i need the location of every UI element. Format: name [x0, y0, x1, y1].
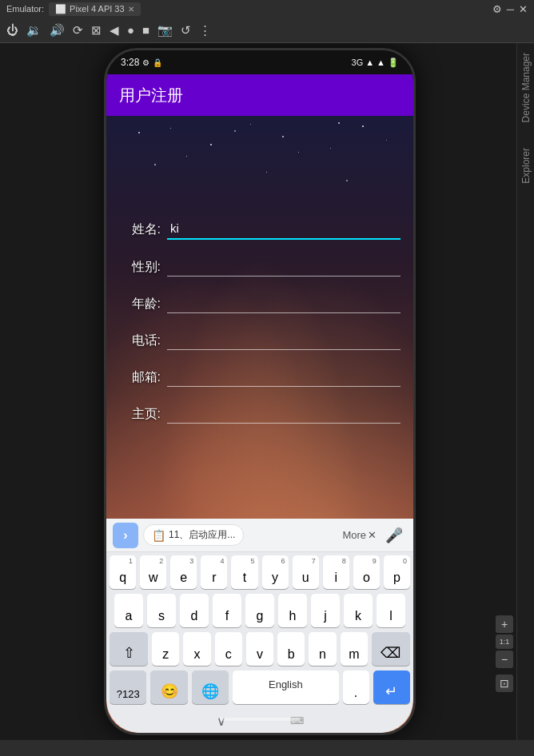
- age-input[interactable]: [167, 294, 400, 313]
- key-n[interactable]: n: [309, 632, 336, 666]
- device-manager-label[interactable]: Device Manager: [520, 50, 532, 125]
- app-title: 用户注册: [119, 85, 183, 106]
- volume-up-icon[interactable]: 🔊: [50, 23, 65, 38]
- phone-input[interactable]: [167, 331, 400, 350]
- tab-close-icon[interactable]: ✕: [128, 5, 134, 14]
- square-icon[interactable]: ■: [142, 23, 149, 37]
- key-v[interactable]: v: [246, 632, 273, 666]
- camera-notch: [236, 50, 284, 65]
- key-i[interactable]: 8i: [323, 555, 349, 589]
- key-s[interactable]: s: [147, 594, 176, 627]
- key-p[interactable]: 0p: [384, 555, 410, 589]
- mic-button[interactable]: 🎤: [381, 523, 407, 548]
- toolbar-right: ⚙ ─ ✕: [492, 3, 528, 15]
- gender-label: 性别:: [119, 259, 161, 276]
- rotate-icon[interactable]: ⟳: [73, 23, 83, 38]
- second-toolbar: ⏻ 🔉 🔊 ⟳ ⊠ ◀ ● ■ 📷 ↺ ⋮: [0, 18, 534, 43]
- suggest-more-label: More: [342, 529, 366, 541]
- key-f[interactable]: f: [213, 594, 241, 627]
- key-y[interactable]: 6y: [262, 555, 289, 589]
- tab-device-icon: ⬜: [55, 4, 66, 14]
- key-b[interactable]: b: [277, 632, 305, 666]
- zoom-in-button[interactable]: +: [496, 615, 513, 633]
- registration-form: 姓名: 性别: 年龄: 电话: 邮箱: 主页:: [106, 220, 413, 441]
- home-indicator: [220, 718, 300, 721]
- battery-icon: 🔋: [388, 58, 399, 68]
- email-row: 邮箱:: [106, 368, 413, 387]
- minimize-icon[interactable]: ─: [507, 3, 514, 15]
- zoom-ratio-display: 1:1: [496, 635, 513, 649]
- power-icon[interactable]: ⏻: [6, 23, 18, 37]
- key-rows: 1q 2w 3e 4r 5t 6y 7u 8i 9o 0p a s d f: [106, 552, 413, 709]
- key-t[interactable]: 5t: [231, 555, 257, 589]
- key-o[interactable]: 9o: [353, 555, 380, 589]
- suggest-arrow-btn[interactable]: ›: [113, 523, 138, 548]
- num-switch-key[interactable]: ?123: [110, 670, 146, 704]
- keyboard-suggestions-bar: › 📋 11、启动应用... More ✕ 🎤: [106, 519, 413, 552]
- key-h[interactable]: h: [278, 594, 307, 627]
- key-e[interactable]: 3e: [170, 555, 197, 589]
- tab-label: Pixel 4 API 33: [70, 4, 125, 14]
- key-row-3: ⇧ z x c v b n m ⌫: [110, 632, 410, 666]
- homepage-label: 主页:: [119, 406, 161, 423]
- key-j[interactable]: j: [311, 594, 340, 627]
- emulator-tab[interactable]: ⬜ Pixel 4 API 33 ✕: [49, 2, 141, 16]
- back-icon[interactable]: ◀: [110, 23, 119, 38]
- camera-icon[interactable]: 📷: [157, 23, 173, 38]
- key-z[interactable]: z: [152, 632, 179, 666]
- name-input[interactable]: [167, 220, 400, 240]
- suggest-chip-icon: 📋: [152, 529, 165, 542]
- key-m[interactable]: m: [341, 632, 368, 666]
- key-u[interactable]: 7u: [293, 555, 319, 589]
- enter-key[interactable]: ↵: [373, 670, 410, 704]
- delete-key[interactable]: ⌫: [372, 632, 410, 666]
- lock-status-icon: 🔒: [153, 58, 162, 67]
- status-icons-group: 3G ▲ ▲ 🔋: [352, 58, 399, 68]
- key-g[interactable]: g: [245, 594, 274, 627]
- side-power-button[interactable]: [414, 210, 416, 258]
- key-k[interactable]: k: [344, 594, 373, 627]
- bottom-status-bar: [0, 740, 534, 756]
- key-l[interactable]: l: [377, 594, 405, 627]
- key-q[interactable]: 1q: [110, 555, 136, 589]
- key-x[interactable]: x: [183, 632, 210, 666]
- settings-icon[interactable]: ⚙: [492, 3, 502, 15]
- close-window-icon[interactable]: ✕: [519, 3, 528, 15]
- status-bar: 3:28 ⚙ 🔒 3G ▲ ▲ 🔋: [106, 50, 413, 74]
- status-time-group: 3:28 ⚙ 🔒: [121, 57, 162, 68]
- gender-row: 性别:: [106, 257, 413, 277]
- volume-down-icon[interactable]: 🔉: [26, 23, 42, 38]
- key-d[interactable]: d: [180, 594, 209, 627]
- space-key[interactable]: English: [233, 670, 338, 704]
- phone-device: 3:28 ⚙ 🔒 3G ▲ ▲ 🔋 用户注册: [104, 48, 416, 735]
- stars-decoration: [106, 116, 413, 236]
- key-r[interactable]: 4r: [201, 555, 227, 589]
- fold-icon[interactable]: ⊠: [91, 23, 102, 38]
- suggest-chip[interactable]: 📋 11、启动应用...: [143, 524, 244, 546]
- key-row-2: a s d f g h j k l: [110, 594, 410, 627]
- home-circle-icon[interactable]: ●: [127, 23, 134, 37]
- key-a[interactable]: a: [114, 594, 143, 627]
- gender-input[interactable]: [167, 257, 400, 277]
- homepage-input[interactable]: [167, 404, 400, 424]
- more-icon[interactable]: ⋮: [199, 23, 211, 38]
- email-input[interactable]: [167, 368, 400, 387]
- key-w[interactable]: 2w: [140, 555, 166, 589]
- shift-key[interactable]: ⇧: [110, 632, 148, 666]
- age-label: 年龄:: [119, 296, 161, 312]
- signal-type-icon: 3G: [352, 58, 364, 67]
- emoji-key[interactable]: 😊: [150, 670, 187, 704]
- email-label: 邮箱:: [119, 369, 161, 386]
- key-c[interactable]: c: [215, 632, 242, 666]
- signal-bars-icon: ▲: [365, 58, 374, 67]
- suggest-chip-text: 11、启动应用...: [169, 528, 235, 542]
- suggest-more[interactable]: More ✕: [342, 529, 377, 541]
- period-key[interactable]: .: [343, 670, 369, 704]
- undo-icon[interactable]: ↺: [181, 23, 191, 38]
- explorer-label[interactable]: Explorer: [520, 145, 532, 187]
- emulator-label: Emulator:: [6, 4, 44, 14]
- globe-key[interactable]: 🌐: [192, 670, 229, 704]
- nav-down-chevron: ∨: [217, 714, 226, 729]
- snap-button[interactable]: ⊡: [496, 674, 513, 692]
- zoom-out-button[interactable]: −: [496, 651, 513, 668]
